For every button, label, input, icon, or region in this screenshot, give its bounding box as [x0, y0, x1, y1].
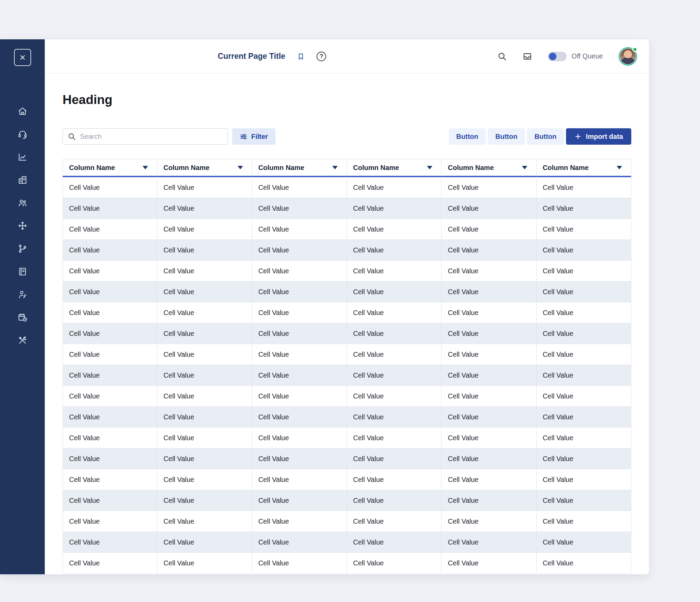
- sidebar-item-performance[interactable]: [0, 145, 45, 168]
- page-content: Heading Filter Button Button Button: [45, 74, 649, 574]
- table-cell: Cell Value: [537, 428, 631, 448]
- topbar-actions: Off Queue: [497, 47, 649, 66]
- table-cell: Cell Value: [347, 365, 442, 386]
- action-button-1[interactable]: Button: [449, 128, 486, 145]
- filter-button[interactable]: Filter: [232, 128, 275, 145]
- table-cell: Cell Value: [252, 282, 347, 302]
- line-chart-icon: [17, 152, 28, 162]
- search-box: [63, 128, 228, 145]
- sidebar-item-workflow[interactable]: [0, 237, 45, 260]
- table-cell: Cell Value: [537, 177, 631, 198]
- table-row[interactable]: Cell ValueCell ValueCell ValueCell Value…: [63, 219, 631, 240]
- bookmark-button[interactable]: [297, 52, 305, 61]
- table-cell: Cell Value: [157, 323, 252, 344]
- table-cell: Cell Value: [537, 490, 631, 511]
- table-cell: Cell Value: [347, 198, 442, 219]
- table-row[interactable]: Cell ValueCell ValueCell ValueCell Value…: [63, 282, 631, 302]
- page-title: Current Page Title: [218, 52, 285, 61]
- table-cell: Cell Value: [157, 344, 252, 365]
- import-data-button[interactable]: Import data: [566, 128, 631, 145]
- buildings-icon: [17, 175, 28, 185]
- table-row[interactable]: Cell ValueCell ValueCell ValueCell Value…: [63, 490, 631, 511]
- table-row[interactable]: Cell ValueCell ValueCell ValueCell Value…: [63, 261, 631, 282]
- table-row[interactable]: Cell ValueCell ValueCell ValueCell Value…: [63, 177, 631, 198]
- table-row[interactable]: Cell ValueCell ValueCell ValueCell Value…: [63, 386, 631, 407]
- table-cell: Cell Value: [442, 177, 536, 198]
- table-row[interactable]: Cell ValueCell ValueCell ValueCell Value…: [63, 469, 631, 490]
- sidebar-item-interactions[interactable]: [0, 122, 45, 145]
- table-cell: Cell Value: [157, 407, 252, 428]
- chevron-down-icon[interactable]: [427, 166, 432, 169]
- chevron-down-icon[interactable]: [617, 166, 622, 169]
- search-input[interactable]: [80, 133, 223, 141]
- chevron-down-icon[interactable]: [238, 166, 243, 169]
- table-cell: Cell Value: [347, 240, 442, 261]
- table-cell: Cell Value: [442, 261, 536, 282]
- column-header[interactable]: Column Name: [157, 159, 252, 177]
- table-cell: Cell Value: [442, 469, 536, 490]
- table-cell: Cell Value: [252, 511, 347, 532]
- sidebar-item-schedule[interactable]: [0, 306, 45, 329]
- table-cell: Cell Value: [252, 490, 347, 511]
- table-row[interactable]: Cell ValueCell ValueCell ValueCell Value…: [63, 344, 631, 365]
- action-button-3[interactable]: Button: [527, 128, 564, 145]
- table-cell: Cell Value: [347, 261, 442, 282]
- help-icon: ?: [317, 52, 326, 61]
- search-icon: [497, 52, 507, 61]
- column-header[interactable]: Column Name: [63, 159, 157, 177]
- table-cell: Cell Value: [252, 261, 347, 282]
- chevron-down-icon[interactable]: [143, 166, 148, 169]
- sidebar-item-organization[interactable]: [0, 168, 45, 191]
- search-button[interactable]: [497, 52, 507, 61]
- table-row[interactable]: Cell ValueCell ValueCell ValueCell Value…: [63, 240, 631, 261]
- column-header[interactable]: Column Name: [442, 159, 536, 177]
- table-row[interactable]: Cell ValueCell ValueCell ValueCell Value…: [63, 428, 631, 448]
- table-row[interactable]: Cell ValueCell ValueCell ValueCell Value…: [63, 511, 631, 532]
- queue-toggle[interactable]: [548, 52, 567, 61]
- table-cell: Cell Value: [157, 282, 252, 302]
- calendar-clock-icon: [17, 312, 28, 323]
- table-row[interactable]: Cell ValueCell ValueCell ValueCell Value…: [63, 407, 631, 428]
- column-header[interactable]: Column Name: [347, 159, 442, 177]
- table-cell: Cell Value: [442, 407, 536, 428]
- table-row[interactable]: Cell ValueCell ValueCell ValueCell Value…: [63, 198, 631, 219]
- sidebar-item-tools[interactable]: [0, 329, 45, 352]
- column-header-label: Column Name: [353, 164, 399, 172]
- table-row[interactable]: Cell ValueCell ValueCell ValueCell Value…: [63, 532, 631, 553]
- chevron-down-icon[interactable]: [332, 166, 338, 169]
- table-row[interactable]: Cell ValueCell ValueCell ValueCell Value…: [63, 553, 631, 574]
- table-cell: Cell Value: [63, 240, 157, 261]
- column-header-label: Column Name: [258, 164, 304, 172]
- table-cell: Cell Value: [537, 302, 631, 323]
- sidebar-item-directions[interactable]: [0, 214, 45, 237]
- toggle-knob: [549, 53, 556, 60]
- sidebar-item-people[interactable]: [0, 191, 45, 214]
- user-avatar[interactable]: [619, 47, 637, 66]
- action-button-2[interactable]: Button: [488, 128, 525, 145]
- table-cell: Cell Value: [157, 428, 252, 448]
- sidebar-item-documentation[interactable]: [0, 260, 45, 283]
- table-row[interactable]: Cell ValueCell ValueCell ValueCell Value…: [63, 302, 631, 323]
- sidebar-item-admin[interactable]: [0, 283, 45, 306]
- table-cell: Cell Value: [63, 177, 157, 198]
- table-row[interactable]: Cell ValueCell ValueCell ValueCell Value…: [63, 448, 631, 469]
- sidebar-close-button[interactable]: [14, 49, 31, 66]
- queue-toggle-label: Off Queue: [571, 52, 603, 60]
- inbox-button[interactable]: [523, 52, 532, 61]
- table-row[interactable]: Cell ValueCell ValueCell ValueCell Value…: [63, 365, 631, 386]
- close-icon: [19, 54, 26, 61]
- table-cell: Cell Value: [63, 553, 157, 574]
- filter-sliders-icon: [240, 133, 247, 141]
- table-cell: Cell Value: [252, 532, 347, 553]
- help-button[interactable]: ?: [317, 52, 326, 61]
- chevron-down-icon[interactable]: [522, 166, 527, 169]
- sidebar-item-home[interactable]: [0, 100, 45, 122]
- table-row[interactable]: Cell ValueCell ValueCell ValueCell Value…: [63, 323, 631, 344]
- table-cell: Cell Value: [537, 323, 631, 344]
- main-panel: Current Page Title ?: [45, 39, 649, 574]
- column-header[interactable]: Column Name: [537, 159, 631, 177]
- table-cell: Cell Value: [63, 532, 157, 553]
- table-cell: Cell Value: [157, 177, 252, 198]
- column-header[interactable]: Column Name: [252, 159, 347, 177]
- sidebar-nav: [0, 100, 45, 352]
